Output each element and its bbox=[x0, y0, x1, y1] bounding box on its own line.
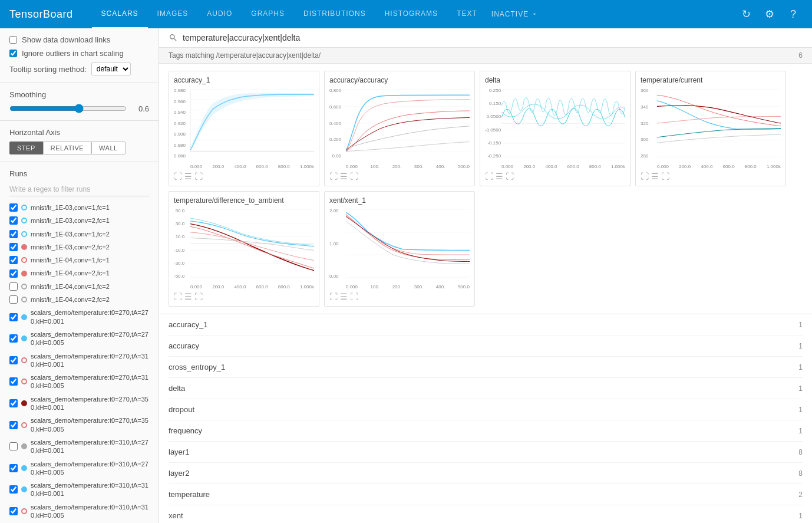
list-item[interactable]: scalars_demo/temperature:t0=310,tA=270,k… bbox=[9, 458, 149, 479]
ignore-outliers-option[interactable]: Ignore outliers in chart scaling bbox=[9, 49, 149, 58]
tab-graphs[interactable]: GRAPHS bbox=[242, 0, 294, 28]
help-button[interactable]: ? bbox=[784, 5, 803, 24]
chart-y-label: 0.600 bbox=[329, 104, 342, 110]
tab-audio[interactable]: AUDIO bbox=[197, 0, 242, 28]
tag-list-item[interactable]: dropout 1 bbox=[169, 399, 803, 420]
chart-menu-icon[interactable]: ☰ bbox=[340, 292, 348, 301]
list-item[interactable]: scalars_demo/temperature:t0=270,tA=270,k… bbox=[9, 328, 149, 350]
list-item[interactable]: scalars_demo/temperature:t0=310,tA=310,k… bbox=[9, 501, 149, 522]
chart-expand-icon[interactable]: ⛶ bbox=[329, 292, 338, 301]
tab-histograms[interactable]: HISTOGRAMS bbox=[375, 0, 447, 28]
run-checkbox[interactable] bbox=[9, 295, 18, 304]
list-item[interactable]: scalars_demo/temperature:t0=310,tA=310,k… bbox=[9, 479, 149, 501]
chart-fullscreen-icon[interactable]: ⛶ bbox=[350, 172, 358, 181]
chart-expand-icon[interactable]: ⛶ bbox=[174, 172, 182, 181]
tag-list-item[interactable]: accuracy_1 1 bbox=[169, 314, 803, 335]
run-checkbox[interactable] bbox=[9, 485, 18, 494]
chart-y-labels: 50.030.010.0-10.0-30.0-50.0 bbox=[174, 207, 186, 280]
tab-text[interactable]: TEXT bbox=[447, 0, 487, 28]
chart-menu-icon[interactable]: ☰ bbox=[340, 172, 348, 181]
run-color-dot bbox=[21, 400, 27, 406]
chart-y-label: 360 bbox=[641, 88, 649, 93]
run-checkbox[interactable] bbox=[9, 334, 18, 343]
refresh-button[interactable]: ↻ bbox=[737, 5, 755, 24]
nav-action-icons: ↻ ⚙ ? bbox=[737, 5, 803, 24]
haxis-wall-button[interactable]: WALL bbox=[91, 142, 126, 154]
chart-expand-icon[interactable]: ⛶ bbox=[329, 172, 338, 181]
haxis-step-button[interactable]: STEP bbox=[9, 142, 43, 154]
tab-inactive[interactable]: INACTIVE bbox=[487, 0, 543, 28]
chart-fullscreen-icon[interactable]: ⛶ bbox=[194, 172, 203, 181]
haxis-relative-button[interactable]: RELATIVE bbox=[43, 142, 91, 154]
list-item[interactable]: scalars_demo/temperature:t0=270,tA=350,k… bbox=[9, 393, 149, 415]
runs-filter-input[interactable] bbox=[9, 183, 149, 196]
chart-y-labels: 0.8000.6000.4000.2000.00 bbox=[329, 87, 342, 160]
tag-list-item[interactable]: accuracy 1 bbox=[169, 335, 803, 357]
run-checkbox[interactable] bbox=[9, 442, 18, 450]
run-checkbox[interactable] bbox=[9, 356, 18, 364]
run-checkbox[interactable] bbox=[9, 464, 18, 472]
tab-images[interactable]: IMAGES bbox=[148, 0, 198, 28]
show-data-links-option[interactable]: Show data download links bbox=[9, 35, 149, 44]
search-input[interactable] bbox=[183, 33, 803, 42]
run-checkbox[interactable] bbox=[9, 377, 18, 386]
tag-list-item[interactable]: xent 1 bbox=[169, 505, 803, 523]
chart-plot-area: 2.001.000.00 0.000100.200.300.400.500.0 bbox=[329, 207, 470, 290]
chart-y-labels: 0.9800.9600.9400.9200.9000.8800.860 bbox=[174, 87, 187, 160]
tag-list-item[interactable]: frequency 1 bbox=[169, 420, 803, 442]
tag-list-item[interactable]: temperature 2 bbox=[169, 484, 803, 505]
list-item[interactable]: mnist/lr_1E-04,conv=1,fc=1 bbox=[9, 254, 149, 267]
chart-expand-icon[interactable]: ⛶ bbox=[641, 172, 649, 181]
settings-button[interactable]: ⚙ bbox=[760, 5, 779, 24]
chart-fullscreen-icon[interactable]: ⛶ bbox=[661, 172, 669, 181]
chart-menu-icon[interactable]: ☰ bbox=[184, 292, 192, 301]
run-checkbox[interactable] bbox=[9, 313, 18, 321]
chart-fullscreen-icon[interactable]: ⛶ bbox=[194, 292, 203, 301]
run-checkbox[interactable] bbox=[9, 256, 18, 264]
list-item[interactable]: scalars_demo/temperature:t0=270,tA=270,k… bbox=[9, 306, 149, 328]
run-checkbox[interactable] bbox=[9, 203, 18, 212]
run-checkbox[interactable] bbox=[9, 421, 18, 429]
svg-rect-38 bbox=[346, 210, 470, 278]
ignore-outliers-label: Ignore outliers in chart scaling bbox=[22, 49, 124, 58]
run-checkbox[interactable] bbox=[9, 216, 18, 225]
tag-list-item[interactable]: delta 1 bbox=[169, 378, 803, 399]
list-item[interactable]: mnist/lr_1E-03,conv=2,fc=2 bbox=[9, 241, 149, 254]
list-item[interactable]: mnist/lr_1E-04,conv=2,fc=2 bbox=[9, 293, 149, 306]
tag-list-item[interactable]: cross_entropy_1 1 bbox=[169, 357, 803, 378]
chart-icons-row: ⛶☰⛶ bbox=[174, 292, 314, 301]
list-item[interactable]: scalars_demo/temperature:t0=270,tA=310,k… bbox=[9, 371, 149, 393]
chart-fullscreen-icon[interactable]: ⛶ bbox=[350, 292, 358, 301]
list-item[interactable]: mnist/lr_1E-04,conv=2,fc=1 bbox=[9, 267, 149, 279]
list-item[interactable]: scalars_demo/temperature:t0=270,tA=310,k… bbox=[9, 350, 149, 371]
chart-expand-icon[interactable]: ⛶ bbox=[174, 292, 182, 301]
smoothing-slider[interactable] bbox=[9, 104, 127, 113]
ignore-outliers-checkbox[interactable] bbox=[9, 50, 17, 57]
show-data-links-checkbox[interactable] bbox=[9, 36, 17, 44]
chart-menu-icon[interactable]: ☰ bbox=[184, 172, 192, 181]
tab-scalars[interactable]: SCALARS bbox=[92, 0, 148, 28]
list-item[interactable]: scalars_demo/temperature:t0=270,tA=350,k… bbox=[9, 414, 149, 436]
tag-list-item[interactable]: layer2 8 bbox=[169, 463, 803, 484]
chart-fullscreen-icon[interactable]: ⛶ bbox=[506, 172, 514, 181]
tag-list-item[interactable]: layer1 8 bbox=[169, 442, 803, 463]
chart-y-label: 300 bbox=[641, 137, 649, 142]
tooltip-select[interactable]: default bbox=[91, 63, 131, 75]
chart-menu-icon[interactable]: ☰ bbox=[651, 172, 659, 181]
list-item[interactable]: mnist/lr_1E-04,conv=1,fc=2 bbox=[9, 280, 149, 293]
list-item[interactable]: mnist/lr_1E-03,conv=1,fc=1 bbox=[9, 201, 149, 214]
run-checkbox[interactable] bbox=[9, 269, 18, 278]
tab-distributions[interactable]: DISTRIBUTIONS bbox=[294, 0, 375, 28]
chart-expand-icon[interactable]: ⛶ bbox=[485, 172, 493, 181]
chart-menu-icon[interactable]: ☰ bbox=[496, 172, 503, 181]
list-item[interactable]: mnist/lr_1E-03,conv=2,fc=1 bbox=[9, 214, 149, 227]
chart-x-labels: 0.000100.200.300.400.500.0 bbox=[346, 284, 470, 290]
run-checkbox[interactable] bbox=[9, 243, 18, 251]
list-item[interactable]: scalars_demo/temperature:t0=310,tA=270,k… bbox=[9, 436, 149, 458]
run-checkbox[interactable] bbox=[9, 230, 18, 238]
run-checkbox[interactable] bbox=[9, 399, 18, 407]
list-item[interactable]: mnist/lr_1E-03,conv=1,fc=2 bbox=[9, 228, 149, 241]
run-checkbox[interactable] bbox=[9, 507, 18, 515]
tag-list-label: layer1 bbox=[169, 448, 189, 456]
run-checkbox[interactable] bbox=[9, 282, 18, 291]
